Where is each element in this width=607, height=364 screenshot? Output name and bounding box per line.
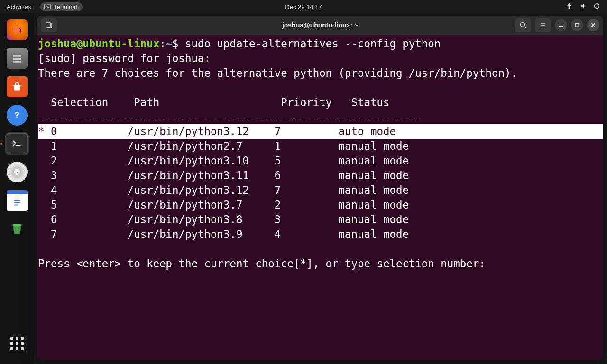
menu-button[interactable] bbox=[535, 18, 551, 32]
svg-point-8 bbox=[17, 172, 18, 173]
hamburger-icon bbox=[539, 21, 547, 29]
gnome-topbar: Activities Terminal Dec 29 14:17 bbox=[0, 0, 607, 13]
terminal-app-icon bbox=[11, 137, 23, 150]
activities-button[interactable]: Activities bbox=[0, 3, 37, 10]
app-menu-label: Terminal bbox=[54, 3, 77, 10]
software-icon bbox=[11, 81, 23, 93]
svg-rect-20 bbox=[576, 24, 579, 27]
sudo-prompt: [sudo] password for joshua: bbox=[38, 51, 603, 66]
close-icon bbox=[590, 22, 596, 28]
volume-icon[interactable] bbox=[579, 2, 587, 11]
window-title: joshua@ubuntu-linux: ~ bbox=[282, 21, 358, 29]
app-menu-button[interactable]: Terminal bbox=[40, 2, 83, 11]
dock: ? bbox=[0, 13, 34, 364]
table-row: 7 /usr/bin/python3.9 4 manual mode bbox=[38, 227, 603, 242]
terminal-icon bbox=[44, 3, 51, 10]
minimize-button[interactable] bbox=[555, 19, 567, 31]
minimize-icon bbox=[558, 22, 564, 28]
footer-prompt: Press <enter> to keep the current choice… bbox=[38, 256, 603, 271]
text-editor-icon bbox=[12, 197, 22, 208]
trash-icon bbox=[9, 221, 25, 237]
dock-app-firefox[interactable] bbox=[5, 18, 29, 42]
clock[interactable]: Dec 29 14:17 bbox=[285, 3, 322, 10]
table-header: Selection Path Priority Status bbox=[38, 95, 603, 110]
apps-grid-icon bbox=[10, 337, 24, 350]
svg-rect-12 bbox=[13, 224, 22, 226]
table-row: 2 /usr/bin/python3.10 5 manual mode bbox=[38, 154, 603, 168]
search-button[interactable] bbox=[515, 18, 531, 32]
titlebar: joshua@ubuntu-linux: ~ bbox=[37, 16, 603, 35]
prompt-user-host: joshua@ubuntu-linux bbox=[38, 37, 159, 50]
close-button[interactable] bbox=[587, 19, 599, 31]
prompt-end: $ bbox=[172, 37, 185, 50]
table-row: 6 /usr/bin/python3.8 3 manual mode bbox=[38, 212, 603, 227]
dock-app-text-editor[interactable] bbox=[5, 189, 29, 212]
table-row: 1 /usr/bin/python2.7 1 manual mode bbox=[38, 139, 603, 154]
show-apps-button[interactable] bbox=[5, 332, 29, 355]
dock-app-software[interactable] bbox=[5, 75, 29, 99]
table-row: 4 /usr/bin/python3.12 7 manual mode bbox=[38, 183, 603, 198]
dock-app-disks[interactable] bbox=[5, 160, 29, 184]
power-icon[interactable] bbox=[593, 2, 600, 11]
table-divider: ----------------------------------------… bbox=[38, 110, 603, 125]
maximize-icon bbox=[574, 22, 580, 28]
svg-line-15 bbox=[524, 27, 526, 28]
files-icon bbox=[11, 52, 23, 64]
svg-point-14 bbox=[521, 23, 525, 27]
help-icon: ? bbox=[11, 109, 23, 121]
svg-rect-0 bbox=[45, 4, 50, 9]
terminal-window: joshua@ubuntu-linux: ~ joshua@ubuntu-lin… bbox=[37, 16, 603, 360]
maximize-button[interactable] bbox=[571, 19, 583, 31]
search-icon bbox=[519, 21, 527, 29]
dock-app-files[interactable] bbox=[5, 46, 29, 70]
svg-rect-5 bbox=[13, 58, 21, 60]
dock-app-help[interactable]: ? bbox=[5, 103, 29, 127]
disk-icon bbox=[15, 170, 19, 174]
new-tab-button[interactable] bbox=[41, 18, 57, 32]
svg-rect-4 bbox=[13, 55, 21, 56]
command-text: sudo update-alternatives --config python bbox=[185, 37, 441, 50]
prompt-sep: : bbox=[159, 37, 166, 50]
svg-rect-6 bbox=[13, 61, 21, 62]
prompt-path: ~ bbox=[166, 37, 172, 50]
firefox-icon bbox=[10, 23, 24, 36]
network-icon[interactable] bbox=[566, 2, 573, 11]
table-row: 3 /usr/bin/python3.11 6 manual mode bbox=[38, 168, 603, 183]
table-row: 5 /usr/bin/python3.7 2 manual mode bbox=[38, 198, 603, 212]
svg-rect-13 bbox=[46, 23, 51, 27]
dock-app-trash[interactable] bbox=[5, 217, 29, 241]
svg-text:?: ? bbox=[15, 111, 19, 119]
terminal-body[interactable]: joshua@ubuntu-linux:~$ sudo update-alter… bbox=[37, 35, 603, 360]
dock-app-terminal[interactable] bbox=[5, 132, 29, 155]
intro-line: There are 7 choices for the alternative … bbox=[38, 66, 603, 81]
table-row: * 0 /usr/bin/python3.12 7 auto mode bbox=[38, 124, 603, 139]
